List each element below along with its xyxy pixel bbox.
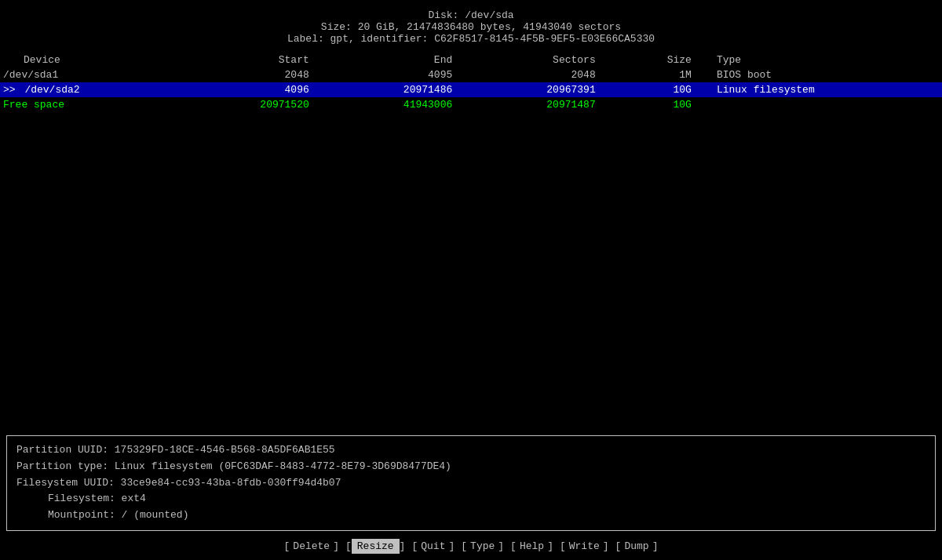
table-row[interactable]: /dev/sda12048409520481MBIOS boot (0, 67, 942, 82)
sectors-value: 2048 (465, 67, 608, 82)
btn-label-delete: Delete (290, 540, 333, 552)
bracket-left: [ (615, 540, 622, 552)
bracket-right: ] (547, 540, 553, 552)
col-sectors: Sectors (465, 53, 608, 67)
start-value: 20971520 (178, 97, 321, 112)
bracket-right: ] (603, 540, 609, 552)
col-start: Start (178, 53, 321, 67)
btn-resize[interactable]: [ Resize ] (345, 539, 405, 554)
button-bar: [ Delete ] [ Resize ] [ Quit ] [ Type ] … (0, 534, 942, 560)
bracket-left: [ (345, 540, 352, 552)
table-row[interactable]: Free space20971520419430062097148710G (0, 97, 942, 112)
size-value: 10G (608, 97, 704, 112)
btn-dump[interactable]: [ Dump ] (615, 540, 659, 552)
col-type: Type (704, 53, 942, 67)
bracket-left: [ (560, 540, 566, 552)
disk-header-line1: Disk: /dev/sda (0, 9, 942, 21)
btn-type[interactable]: [ Type ] (461, 540, 504, 552)
btn-label-dump: Dump (621, 540, 652, 552)
table-row[interactable]: >> /dev/sda24096209714862096739110GLinux… (0, 82, 942, 97)
col-device: Device (0, 53, 178, 67)
sectors-value: 20967391 (465, 82, 608, 97)
disk-header: Disk: /dev/sda Size: 20 GiB, 21474836480… (0, 6, 942, 46)
device-name: /dev/sda1 (3, 69, 58, 81)
partition-type: Partition type: Linux filesystem (0FC63D… (16, 459, 926, 475)
bracket-right: ] (652, 540, 659, 552)
partition-table: Device Start End Sectors Size Type /dev/… (0, 53, 942, 112)
btn-label-help: Help (517, 540, 547, 552)
bracket-left: [ (510, 540, 517, 552)
info-panel: Partition UUID: 175329FD-18CE-4546-B568-… (6, 435, 936, 531)
btn-label-type: Type (467, 540, 498, 552)
start-value: 4096 (178, 82, 321, 97)
main-content: Disk: /dev/sda Size: 20 GiB, 21474836480… (0, 0, 942, 432)
bracket-left: [ (411, 540, 418, 552)
btn-quit[interactable]: [ Quit ] (411, 540, 455, 552)
end-value: 41943006 (322, 97, 465, 112)
btn-write[interactable]: [ Write ] (560, 540, 609, 552)
partition-uuid: Partition UUID: 175329FD-18CE-4546-B568-… (16, 442, 926, 459)
sectors-value: 20971487 (465, 97, 608, 112)
bracket-left: [ (284, 540, 290, 552)
btn-help[interactable]: [ Help ] (510, 540, 553, 552)
disk-header-line3: Label: gpt, identifier: C62F8517-8145-4F… (0, 33, 942, 45)
size-value: 10G (608, 82, 704, 97)
bracket-right: ] (498, 540, 504, 552)
btn-label-write: Write (566, 540, 603, 552)
bracket-right: ] (448, 540, 455, 552)
start-value: 2048 (178, 67, 321, 82)
end-value: 4095 (322, 67, 465, 82)
filesystem-uuid: Filesystem UUID: 33ce9e84-cc93-43ba-8fdb… (16, 475, 926, 492)
bracket-right: ] (333, 540, 339, 552)
device-name: Free space (3, 99, 64, 111)
col-size: Size (608, 53, 704, 67)
size-value: 1M (608, 67, 704, 82)
filesystem: Filesystem: ext4 (16, 491, 926, 507)
mountpoint: Mountpoint: / (mounted) (16, 507, 926, 524)
type-value (704, 97, 942, 112)
type-value: Linux filesystem (704, 82, 942, 97)
selector-arrow: >> (3, 84, 24, 96)
device-name: /dev/sda2 (24, 84, 79, 96)
bracket-left: [ (461, 540, 467, 552)
btn-delete[interactable]: [ Delete ] (284, 540, 339, 552)
col-end: End (322, 53, 465, 67)
table-header-row: Device Start End Sectors Size Type (0, 53, 942, 67)
disk-header-line2: Size: 20 GiB, 21474836480 bytes, 4194304… (0, 21, 942, 33)
end-value: 20971486 (322, 82, 465, 97)
btn-label-resize: Resize (352, 539, 400, 554)
btn-label-quit: Quit (418, 540, 448, 552)
bracket-right: ] (400, 540, 406, 552)
type-value: BIOS boot (704, 67, 942, 82)
